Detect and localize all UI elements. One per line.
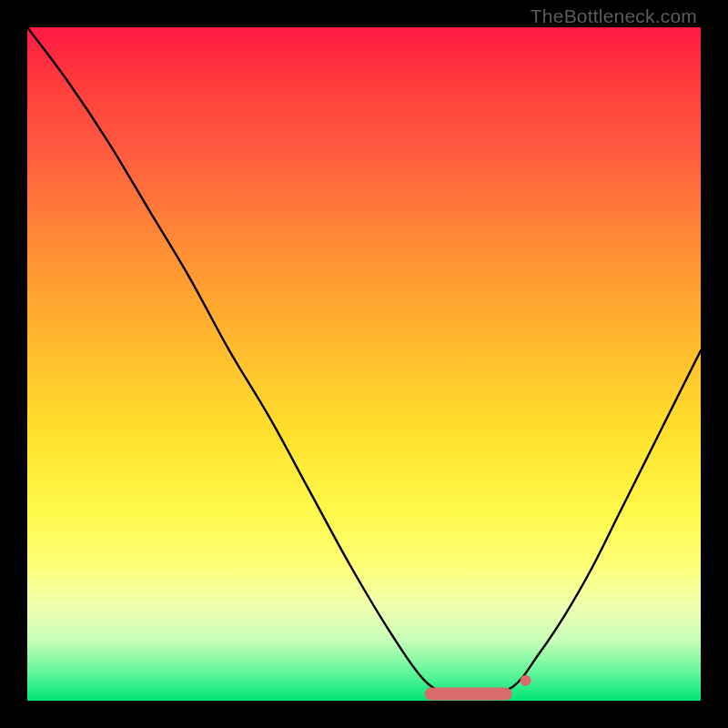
bottleneck-curve xyxy=(27,27,701,695)
watermark-text: TheBottleneck.com xyxy=(531,5,697,27)
chart-frame: TheBottleneck.com xyxy=(0,0,728,728)
flat-min-region xyxy=(425,688,512,701)
min-end-dot xyxy=(521,675,531,686)
plot-area xyxy=(27,27,701,701)
chart-svg xyxy=(27,27,701,701)
